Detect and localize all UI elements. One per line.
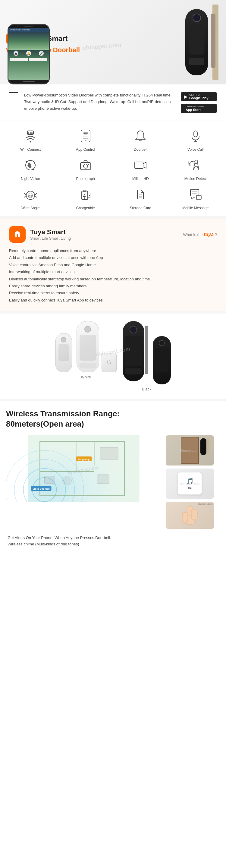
google-play-badge[interactable]: ▶ GET IT ON Google Play — [181, 92, 217, 101]
wireless-title-line2: 80meters(Open area) — [6, 419, 220, 429]
phone-top-bar — [8, 25, 49, 28]
black-images — [123, 321, 171, 384]
white-label: White — [81, 375, 91, 379]
white-doorbell-large — [76, 321, 99, 372]
large-white-button — [79, 363, 96, 368]
phone-controls: 📷 🔔 🎤 — [8, 50, 49, 57]
svg-rect-10 — [194, 131, 197, 137]
features-grid: 2.4G Wifi Connect APP App — [4, 127, 222, 210]
feature-photo: Photograph — [60, 156, 112, 181]
tuya-feature-5: Devices automatically start/stop working… — [9, 276, 217, 282]
features-section: 2.4G Wifi Connect APP App — [0, 121, 226, 216]
wireless-side-images: chinapst.com 🎵 dB chinapst.com — [166, 435, 220, 529]
hd-label: Million HD — [132, 177, 149, 181]
doorbell-device — [182, 4, 219, 80]
tuya-feature-1: Remotely control home appliances from an… — [9, 247, 217, 254]
svg-rect-56 — [44, 476, 55, 484]
feature-storage: Storage Card — [115, 185, 167, 210]
feature-voice: Voice Call — [170, 127, 222, 152]
charge-icon — [76, 185, 95, 204]
product-images-grid: White — [6, 321, 220, 391]
tuya-features-list: Remotely control home appliances from an… — [9, 247, 217, 304]
svg-point-21 — [195, 160, 198, 163]
motion-label: Motion Detect — [185, 177, 207, 181]
svg-text:APP: APP — [84, 132, 88, 134]
google-play-sub: GET IT ON — [189, 93, 208, 96]
large-black-button — [125, 368, 141, 374]
svg-text:Video Doorbell: Video Doorbell — [33, 488, 50, 490]
small-white-lens — [61, 337, 66, 342]
doorbell-face — [189, 24, 204, 55]
tuya-feature-4: Interworking of multiple smart devices. — [9, 268, 217, 275]
motion-icon — [187, 156, 204, 174]
chime-note-icon: 🎵 — [186, 477, 194, 485]
large-black-body — [125, 336, 141, 366]
feature-night: Night Vision — [4, 156, 57, 181]
white-images — [56, 321, 117, 372]
phone-mockup-container: Smart Video Doorbell 📷 🔔 🎤 — [7, 24, 50, 85]
app-icon: APP — [76, 127, 95, 145]
svg-line-30 — [84, 196, 85, 199]
small-black-body — [155, 348, 168, 372]
sdcard-icon — [131, 185, 150, 204]
tuya-feature-6: Easily share devices among family member… — [9, 282, 217, 289]
tuya-feature-2: Add and control multiple devices at once… — [9, 254, 217, 261]
message-label: Mobile Message — [182, 206, 208, 210]
indoor-unit-image: 🎵 dB chinapst.com — [166, 468, 214, 499]
photo-label: Photograph — [76, 177, 95, 181]
doorbell-button-area — [189, 58, 204, 65]
large-white-lens — [85, 326, 91, 333]
charge-label: Chargeable — [76, 206, 95, 210]
svg-point-15 — [34, 162, 35, 164]
svg-rect-63 — [182, 512, 188, 523]
small-black-lens — [159, 340, 165, 346]
video-icon — [131, 156, 150, 174]
feature-motion: Motion Detect — [170, 156, 222, 181]
svg-point-8 — [85, 140, 86, 141]
voice-label: Voice Call — [187, 148, 203, 152]
black-doorbell-large — [123, 321, 144, 381]
app-store-badge[interactable]: Download on the App Store — [181, 104, 217, 113]
angle-icon: 150° — [22, 185, 39, 204]
floor-plan-svg: Video Doorbell Dingdong chinapst.com — [6, 435, 161, 502]
feature-doorbell: Doorbell — [115, 127, 167, 152]
divider-2 — [0, 311, 226, 314]
svg-point-2 — [30, 141, 31, 143]
product-white-group: White — [56, 321, 117, 391]
product-images-section: White — [0, 314, 226, 399]
night-icon — [22, 156, 39, 174]
hand-label: chinapst.com — [198, 503, 213, 505]
storage-label: Storage Card — [130, 206, 151, 210]
svg-point-19 — [88, 164, 89, 165]
store-badges: ▶ GET IT ON Google Play Download on the … — [181, 92, 217, 113]
tuya-app-info: Tuya Smart Smart Life Smart Living — [30, 228, 71, 241]
tuya-app-icon — [9, 226, 26, 243]
feature-app: APP App Control — [60, 127, 112, 152]
message-icon — [187, 185, 204, 204]
question-mark: ? — [215, 232, 217, 237]
floor-plan: Video Doorbell Dingdong chinapst.com — [6, 435, 161, 502]
wireless-caption: Get Alerts On Your Phone, When Anyone Pr… — [6, 535, 220, 548]
doorbell-body — [185, 9, 208, 75]
svg-rect-58 — [100, 447, 119, 460]
decorative-line — [9, 92, 18, 93]
svg-text:Dingdong: Dingdong — [78, 458, 90, 461]
tuya-feature-3: Voice control via Amazon Echo and Google… — [9, 261, 217, 268]
tuya-feature-7: Receive real-time alerts to ensure safet… — [9, 289, 217, 297]
black-small-standalone — [153, 336, 171, 384]
phone-control-1: 📷 — [13, 51, 19, 56]
wireless-caption-text: Get Alerts On Your Phone, When Anyone Pr… — [7, 535, 219, 548]
white-small-set — [56, 333, 72, 372]
tuya-app-header: Tuya Smart Smart Life Smart Living What … — [9, 226, 217, 243]
app-store-text: Download on the App Store — [186, 105, 204, 112]
app-label: App Control — [76, 148, 95, 152]
large-black-lens — [130, 326, 137, 334]
indoor-chime: 🎵 dB — [178, 472, 202, 495]
feature-angle: 150° Wide Angle — [4, 185, 57, 210]
white-doorbell-small — [56, 333, 72, 372]
svg-point-16 — [33, 168, 34, 170]
app-store-sub: Download on the — [186, 105, 204, 108]
door-image: chinapst.com — [166, 435, 214, 466]
hand-press-svg — [175, 505, 205, 526]
what-is-tuya: What is the tuya ? — [183, 232, 217, 237]
